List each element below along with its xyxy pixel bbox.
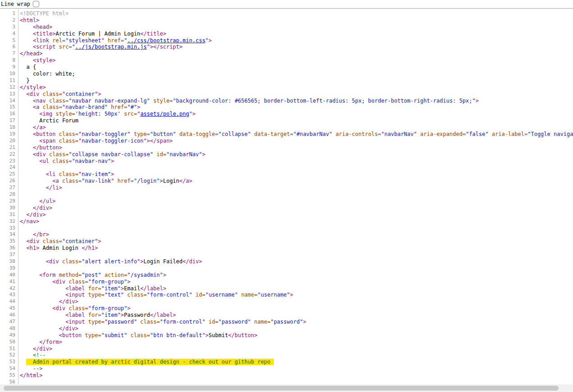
token: id= xyxy=(209,319,218,325)
token xyxy=(20,31,33,37)
token: > xyxy=(98,91,101,97)
line-content: <title>Arctic Forum | Admin Login</title… xyxy=(18,31,166,37)
token: "navbar-toggler-icon" xyxy=(78,138,147,144)
line-content: <div class="container"> xyxy=(18,238,101,245)
source-link[interactable]: ../js/bootstrap.min.js xyxy=(75,44,147,50)
token: </h1> xyxy=(82,245,98,251)
source-line: 17 Arctic Forum xyxy=(0,117,573,124)
token: </nav> xyxy=(20,218,39,225)
token: > xyxy=(290,292,293,298)
source-code-viewport[interactable]: 1<!DOCTYPE html>2<html>3 <head>4 <title>… xyxy=(0,9,573,384)
source-line: 27 </li> xyxy=(0,185,573,191)
source-line: 9 a { xyxy=(0,64,573,71)
token: > xyxy=(205,332,209,338)
line-number: 49 xyxy=(0,332,18,339)
line-content: <div class="container"> xyxy=(18,91,101,98)
token: <span xyxy=(39,138,55,144)
token: data-toggle= xyxy=(179,131,218,137)
source-line: 49 <button type="submit" class="btn btn-… xyxy=(0,332,573,339)
token: " xyxy=(205,37,209,44)
token: class= xyxy=(68,279,88,285)
line-number: 51 xyxy=(0,346,18,352)
token: class= xyxy=(62,178,82,184)
token: Login Failed xyxy=(144,258,183,265)
line-number: 16 xyxy=(0,111,18,117)
source-line: 30 </div> xyxy=(0,205,573,212)
token xyxy=(82,332,85,338)
source-line: 48 </div> xyxy=(0,325,573,332)
source-line: 32</nav> xyxy=(0,218,573,225)
token xyxy=(20,245,26,251)
source-line: 23 <ul class="navbar-nav"> xyxy=(0,158,573,165)
token: <h1> xyxy=(26,245,39,251)
horizontal-scrollbar[interactable] xyxy=(0,384,573,392)
token: </label> xyxy=(150,312,176,318)
line-number: 42 xyxy=(0,285,18,292)
token: ></span> xyxy=(147,138,173,144)
token: "form-control" xyxy=(147,292,192,298)
source-link[interactable]: ../css/bootstrap.min.css xyxy=(127,37,205,44)
source-line: 35 <div class="container"> xyxy=(0,238,573,245)
token: > xyxy=(209,37,212,44)
token: aria-label= xyxy=(492,131,528,137)
token: src= xyxy=(124,111,137,117)
token: </button> xyxy=(33,144,62,151)
source-line: 52 <!-- xyxy=(0,352,573,359)
source-link[interactable]: assets/pole.png xyxy=(140,111,189,117)
line-number: 34 xyxy=(0,231,18,238)
source-line: 1<!DOCTYPE html> xyxy=(0,10,573,17)
token: style= xyxy=(153,98,173,104)
token xyxy=(489,131,492,137)
source-line: 20 <span class="navbar-toggler-icon"></s… xyxy=(0,138,573,144)
token: <a xyxy=(52,178,59,184)
line-content: <span class="navbar-toggler-icon"></span… xyxy=(18,138,173,144)
token: </head> xyxy=(20,50,43,57)
line-content: </form> xyxy=(18,339,62,346)
token: " xyxy=(72,44,75,50)
token xyxy=(20,151,33,158)
token: </ul> xyxy=(39,198,55,204)
token xyxy=(20,346,33,352)
token: "#" xyxy=(127,104,137,110)
line-content: <ul class="navbar-nav"> xyxy=(18,158,114,165)
token xyxy=(20,258,46,265)
token: "password" xyxy=(105,319,137,325)
token: <button xyxy=(33,131,56,137)
line-content: <img style='height: 50px' src="assets/po… xyxy=(18,111,196,117)
horizontal-scrollbar-thumb[interactable] xyxy=(4,386,559,391)
token xyxy=(127,332,130,338)
source-line: 54 --> xyxy=(0,365,573,372)
line-number: 22 xyxy=(0,151,18,158)
token xyxy=(46,98,49,104)
line-content: <div class="form-group"> xyxy=(18,305,131,312)
token: "nav-item" xyxy=(78,171,111,177)
token: > xyxy=(202,151,205,158)
token xyxy=(101,272,105,278)
token: } xyxy=(20,77,30,84)
line-number: 19 xyxy=(0,131,18,138)
token: </a> xyxy=(33,124,46,131)
token xyxy=(20,124,33,131)
line-content: Admin portal created by arctic digital d… xyxy=(18,359,274,365)
token: > xyxy=(163,272,166,278)
token: src= xyxy=(59,44,72,50)
source-line: 38 <div class="alert alert-info">Login F… xyxy=(0,258,573,265)
token: <form xyxy=(39,272,55,278)
token: <!DOCTYPE html> xyxy=(20,10,68,17)
line-content: </div> xyxy=(18,205,52,212)
token: <!-- xyxy=(20,352,46,358)
line-number: 15 xyxy=(0,104,18,111)
line-content: <a class="navbar-brand" href="#"> xyxy=(18,104,140,111)
token: action= xyxy=(105,272,127,278)
line-number: 5 xyxy=(0,37,18,44)
token xyxy=(20,171,46,177)
token: Password xyxy=(124,312,150,318)
token: class= xyxy=(52,158,72,164)
line-content: Arctic Forum xyxy=(18,117,78,124)
line-number: 55 xyxy=(0,372,18,379)
line-wrap-checkbox[interactable] xyxy=(33,1,39,7)
source-line: 21 </button> xyxy=(0,144,573,151)
source-line: 13 <div class="container"> xyxy=(0,91,573,98)
line-number: 18 xyxy=(0,124,18,131)
token xyxy=(39,91,42,97)
